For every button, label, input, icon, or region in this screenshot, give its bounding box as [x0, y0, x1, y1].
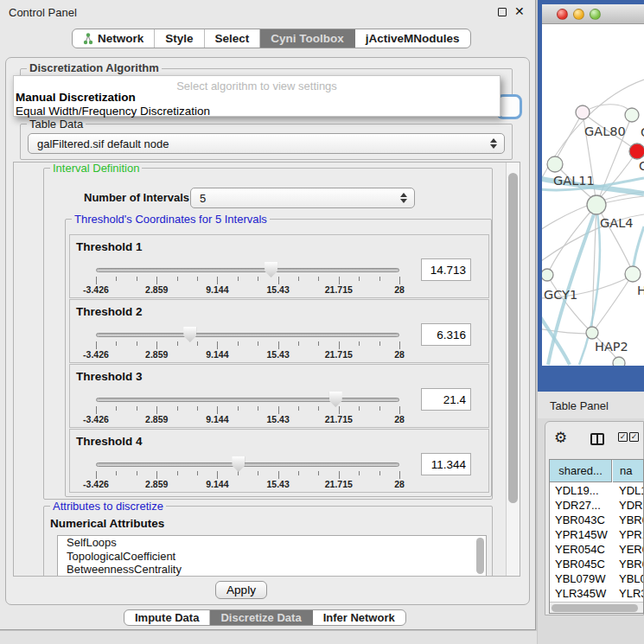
threshold-value-field[interactable]: 6.316 [421, 323, 471, 346]
tab-style[interactable]: Style [155, 29, 204, 48]
attribute-list-item[interactable]: TopologicalCoefficient [58, 550, 486, 564]
table-row[interactable]: YBL079WYBL0 [550, 571, 643, 586]
table-row[interactable]: YLR345WYLR3 [550, 586, 643, 601]
scrollbar-thumb[interactable] [552, 604, 638, 612]
slider-tick [177, 277, 178, 281]
tab-jactivemnodules[interactable]: jActiveMNodules [355, 29, 470, 48]
column-header-shared-name[interactable]: shared... [550, 460, 612, 482]
tab-infer-network[interactable]: Infer Network [313, 610, 405, 625]
node-label: H [637, 284, 644, 297]
network-node[interactable] [625, 108, 639, 122]
tab-network[interactable]: Network [73, 29, 155, 48]
table-data-combobox[interactable]: galFiltered.sif default node [28, 133, 505, 154]
float-window-icon[interactable] [498, 8, 507, 16]
cell-shared-name: YBL079W [555, 572, 606, 585]
slider-track[interactable] [96, 333, 399, 337]
table-row[interactable]: YER054CYER0 [550, 542, 643, 557]
control-panel-header: Control Panel ✕ [0, 0, 535, 24]
column-header-name[interactable]: na [613, 460, 643, 482]
slider-tick [217, 471, 218, 479]
slider-thumb[interactable] [183, 327, 196, 342]
attribute-list-item[interactable]: BetweennessCentrality [58, 563, 486, 577]
column-visibility-icon[interactable]: ✓ ✓ [618, 432, 639, 442]
slider-tick-label: 28 [394, 479, 405, 489]
network-node[interactable] [586, 327, 598, 339]
network-edge [547, 275, 589, 329]
network-edge [596, 205, 632, 271]
tab-cyni-toolbox[interactable]: Cyni Toolbox [260, 29, 355, 48]
slider-thumb[interactable] [265, 262, 277, 277]
interval-definition-group: Interval Definition Number of Intervals … [43, 168, 493, 500]
table-toolbar: ⚙ ✓ ✓ [545, 422, 643, 456]
table-row[interactable]: YDR27...YDR2 [550, 498, 643, 513]
threshold-value-field[interactable]: 14.713 [421, 258, 471, 281]
slider-tick [339, 277, 340, 284]
top-tabbar: NetworkStyleSelectCyni ToolboxjActiveMNo… [72, 29, 471, 48]
slider-tick [258, 471, 258, 475]
slider-tick [238, 277, 239, 281]
slider-track[interactable] [96, 268, 399, 272]
network-node[interactable] [613, 357, 625, 366]
settings-vertical-scrollbar[interactable] [506, 163, 520, 576]
bottom-tabbar: Impute DataDiscretize DataInfer Network [124, 609, 406, 626]
slider-thumb[interactable] [329, 392, 342, 407]
table-row[interactable]: YDL19...YDL1 [550, 483, 643, 498]
network-node[interactable] [587, 195, 606, 214]
slider-tick [339, 471, 340, 479]
slider-tick [238, 341, 239, 346]
list-scrollbar-thumb[interactable] [476, 538, 484, 574]
minimize-traffic-light-icon[interactable] [573, 9, 584, 20]
slider-tick [258, 406, 258, 411]
tab-discretize-data[interactable]: Discretize Data [210, 610, 312, 625]
slider-tick [298, 471, 299, 475]
apply-button[interactable]: Apply [215, 581, 267, 599]
attribute-list-item[interactable]: SelfLoops [58, 536, 486, 550]
number-of-intervals-combobox[interactable]: 5 [190, 188, 415, 208]
slider-tick [177, 341, 178, 346]
network-node[interactable] [576, 105, 590, 119]
column-browser-icon[interactable] [590, 433, 604, 445]
table-row[interactable]: YPR145WYPR1 [550, 527, 643, 542]
cell-name: YLR3 [619, 587, 644, 600]
threshold-value-field[interactable]: 11.344 [421, 453, 471, 475]
network-canvas[interactable]: GAL80GCGAL11GAL4GCY1HHAP2 [542, 24, 644, 366]
close-traffic-light-icon[interactable] [557, 9, 568, 20]
slider-tick [318, 277, 319, 281]
slider-tick-label: 15.43 [266, 479, 289, 489]
algorithm-dropdown-popup: Select algorithm to view settings Manual… [13, 75, 501, 117]
slider-tick [197, 341, 198, 346]
slider-tick [137, 277, 137, 281]
slider-thumb[interactable] [232, 456, 245, 472]
slider-tick-label: 9.144 [206, 284, 228, 295]
cell-shared-name: YLR345W [555, 587, 606, 600]
tab-label: Cyni Toolbox [271, 32, 344, 45]
network-window-titlebar[interactable] [542, 4, 644, 24]
slider-tick [379, 341, 380, 346]
slider-track[interactable] [96, 398, 399, 402]
cell-name: YDL1 [619, 484, 644, 497]
network-node[interactable] [542, 269, 553, 281]
table-row[interactable]: YBR045CYBR0 [550, 557, 643, 571]
slider-tick-label: 21.715 [325, 414, 353, 424]
tab-impute-data[interactable]: Impute Data [124, 610, 210, 625]
slider-tick-label: 28 [394, 284, 405, 295]
algorithm-option-equal-width[interactable]: Equal Width/Frequency Discretization [16, 105, 210, 118]
scrollbar-thumb[interactable] [508, 173, 518, 503]
tab-select[interactable]: Select [205, 29, 261, 48]
table-row[interactable]: YBR043CYBR0 [550, 513, 643, 527]
number-of-intervals-label: Number of Intervals [84, 191, 189, 204]
gear-icon[interactable]: ⚙ [554, 429, 567, 447]
table-data-combobox-value: galFiltered.sif default node [29, 137, 504, 150]
network-node[interactable] [629, 143, 644, 159]
cell-name: YBR0 [619, 558, 644, 571]
zoom-traffic-light-icon[interactable] [590, 9, 601, 20]
algorithm-option-manual[interactable]: Manual Discretization [16, 91, 136, 104]
close-icon[interactable]: ✕ [514, 4, 525, 18]
threshold-value-field[interactable]: 21.4 [421, 388, 471, 411]
table-horizontal-scrollbar[interactable] [550, 602, 643, 613]
slider-track[interactable] [96, 462, 399, 467]
network-node[interactable] [625, 266, 641, 282]
network-edge-highlighted [542, 313, 570, 365]
threshold-panel-2: Threshold 2-3.4262.8599.14415.4321.71528… [69, 299, 489, 363]
network-node[interactable] [547, 156, 563, 172]
